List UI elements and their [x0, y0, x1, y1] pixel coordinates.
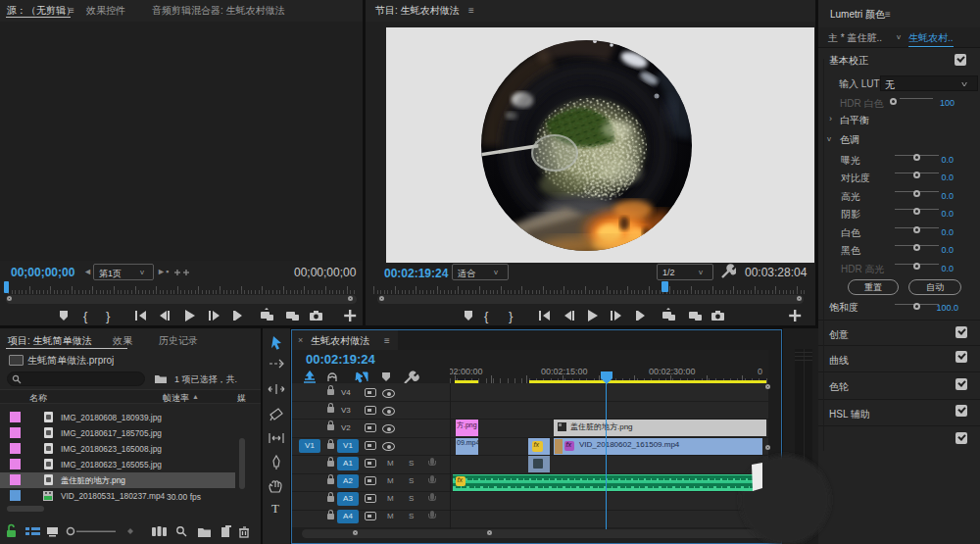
svg-text:{: { — [484, 309, 489, 323]
svg-text:}: } — [509, 309, 514, 323]
svg-text:T: T — [271, 501, 279, 516]
svg-text:}: } — [106, 309, 111, 323]
svg-text:{: { — [83, 309, 88, 323]
